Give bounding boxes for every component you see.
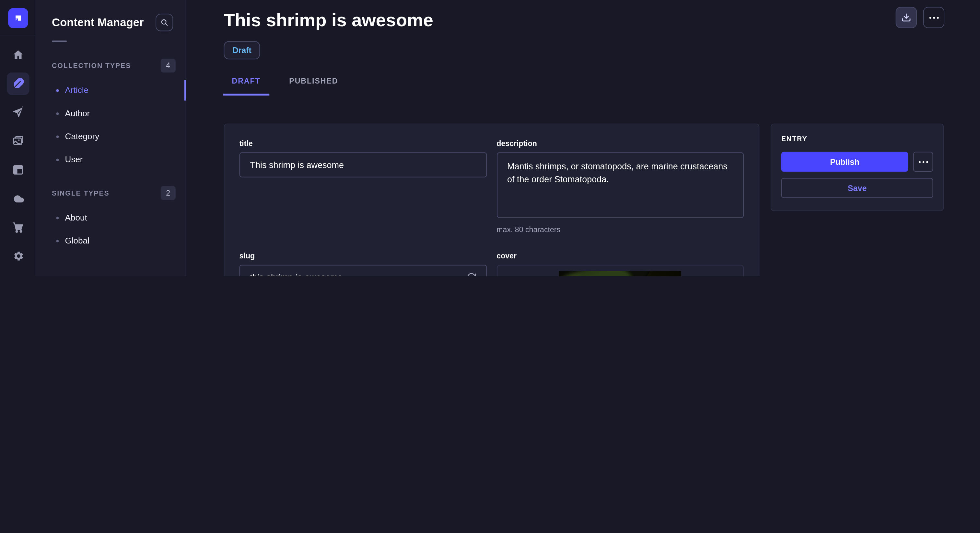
search-icon xyxy=(160,18,169,27)
strapi-logo-icon xyxy=(12,12,24,24)
sidebar-item-user[interactable]: User xyxy=(36,148,186,171)
more-options-icon xyxy=(929,16,939,19)
content-manager-subnav: Content Manager COLLECTION TYPES 4 Artic… xyxy=(36,0,186,276)
description-label: description xyxy=(496,139,744,148)
content-type-builder-icon[interactable] xyxy=(6,159,29,181)
sidebar-item-about[interactable]: About xyxy=(36,206,186,229)
status-badge: Draft xyxy=(224,41,260,59)
home-icon[interactable] xyxy=(6,44,29,66)
sidebar-item-category[interactable]: Category xyxy=(36,125,186,148)
title-input[interactable] xyxy=(250,160,476,170)
description-field: description Mantis shrimps, or stomatopo… xyxy=(496,139,744,234)
header-more-options-button[interactable] xyxy=(923,7,945,28)
cover-field: cover xyxy=(496,252,744,276)
main-nav-rail: KD xyxy=(0,0,36,276)
slug-input[interactable] xyxy=(250,272,466,276)
edit-form-card: title description Mantis shrimps, or sto… xyxy=(224,124,759,276)
cloud-icon[interactable] xyxy=(6,187,29,210)
sidebar-item-author[interactable]: Author xyxy=(36,102,186,125)
cover-image[interactable] xyxy=(559,271,681,276)
more-options-icon xyxy=(918,161,928,163)
regenerate-icon xyxy=(466,272,476,276)
single-types-count: 2 xyxy=(161,186,176,200)
search-button[interactable] xyxy=(156,14,173,31)
title-field: title xyxy=(240,139,487,234)
mantis-shrimp-image xyxy=(559,271,681,276)
description-hint: max. 80 characters xyxy=(496,225,744,234)
sidebar-item-article[interactable]: Article xyxy=(36,79,186,102)
media-library-icon[interactable] xyxy=(6,130,29,152)
subnav-title: Content Manager xyxy=(52,16,144,29)
tab-draft[interactable]: DRAFT xyxy=(223,77,269,95)
entry-more-options-button[interactable] xyxy=(913,152,933,172)
strapi-logo[interactable] xyxy=(8,8,28,28)
cover-label: cover xyxy=(496,252,744,260)
collection-types-count: 4 xyxy=(161,59,176,72)
strapi-admin-window: KD Content Manager COLLECTION TYPES 4 Ar… xyxy=(0,0,980,276)
download-icon xyxy=(901,13,911,23)
title-label: title xyxy=(240,139,487,148)
main-content: This shrimp is awesome Draft DRAFT PUBLI… xyxy=(186,0,980,276)
subnav-divider xyxy=(52,40,67,42)
slug-label: slug xyxy=(240,252,487,260)
settings-gear-icon[interactable] xyxy=(6,245,29,267)
save-button[interactable]: Save xyxy=(781,178,933,198)
download-button[interactable] xyxy=(896,7,917,28)
collection-types-heading: COLLECTION TYPES xyxy=(52,62,131,69)
send-icon[interactable] xyxy=(6,101,29,124)
sidebar-item-global[interactable]: Global xyxy=(36,229,186,252)
description-textarea[interactable]: Mantis shrimps, or stomatopods, are mari… xyxy=(496,152,744,218)
publish-button[interactable]: Publish xyxy=(781,152,908,172)
content-manager-feather-icon[interactable] xyxy=(6,73,29,95)
entry-panel-title: ENTRY xyxy=(781,135,933,143)
version-tabs: DRAFT PUBLISHED xyxy=(223,77,980,95)
slug-field: slug xyxy=(240,252,487,276)
single-types-heading: SINGLE TYPES xyxy=(52,189,110,197)
entry-panel: ENTRY Publish Save xyxy=(771,124,944,211)
marketplace-cart-icon[interactable] xyxy=(6,216,29,238)
tab-published[interactable]: PUBLISHED xyxy=(280,77,347,95)
page-title: This shrimp is awesome xyxy=(224,10,980,31)
rail-divider xyxy=(0,36,36,36)
regenerate-slug-button[interactable] xyxy=(466,272,476,276)
cover-media-box: this-shrimp-is-awesome xyxy=(496,265,744,276)
